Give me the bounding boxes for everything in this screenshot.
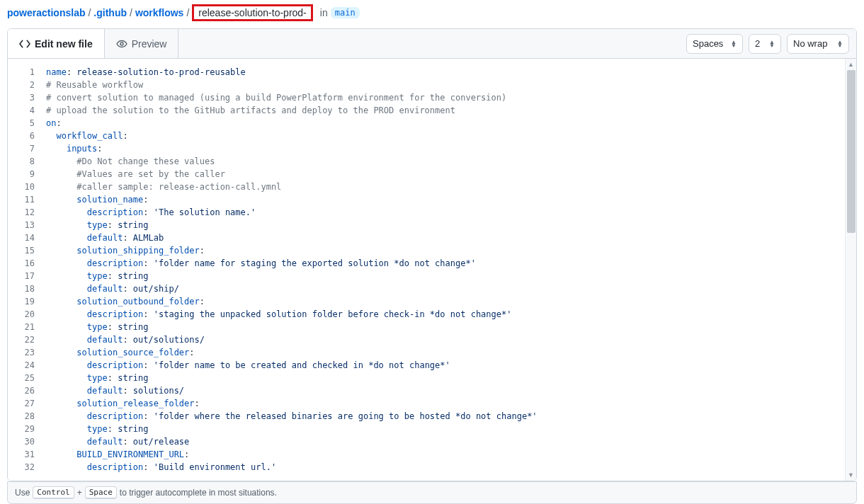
- line-number: 15: [8, 244, 35, 257]
- footer-use: Use: [15, 488, 30, 498]
- code-line[interactable]: solution_name:: [46, 193, 856, 206]
- eye-icon: [116, 38, 127, 50]
- editor-container: Edit new file Preview Spaces ▲▼ 2 ▲▼ No …: [7, 28, 857, 481]
- updown-icon: ▲▼: [837, 40, 843, 47]
- line-number: 17: [8, 270, 35, 282]
- tab-edit-label: Edit new file: [35, 38, 93, 50]
- updown-icon: ▲▼: [769, 40, 775, 47]
- code-line[interactable]: description: 'The solution name.': [46, 206, 856, 219]
- code-content[interactable]: name: release-solution-to-prod-reusable#…: [42, 59, 856, 481]
- line-number: 3: [8, 91, 35, 104]
- code-line[interactable]: default: out/release: [46, 435, 856, 448]
- line-number: 11: [8, 193, 35, 206]
- code-line[interactable]: default: solutions/: [46, 384, 856, 397]
- breadcrumb-sep: /: [130, 7, 132, 18]
- code-line[interactable]: #Do Not change these values: [46, 155, 856, 168]
- editor-tabbar: Edit new file Preview Spaces ▲▼ 2 ▲▼ No …: [8, 29, 856, 59]
- code-line[interactable]: description: 'Build environment url.': [46, 461, 856, 474]
- line-number: 24: [8, 359, 35, 372]
- footer-rest: to trigger autocomplete in most situatio…: [120, 488, 277, 498]
- scroll-thumb[interactable]: [847, 70, 856, 233]
- line-number: 32: [8, 461, 35, 474]
- code-line[interactable]: #Values are set by the caller: [46, 168, 856, 181]
- indent-size-select[interactable]: 2 ▲▼: [749, 34, 781, 54]
- vertical-scrollbar[interactable]: ▲ ▼: [845, 59, 856, 481]
- filename-input[interactable]: release-solution-to-prod-: [192, 4, 313, 21]
- code-line[interactable]: description: 'folder name for staging th…: [46, 257, 856, 270]
- line-number: 21: [8, 321, 35, 333]
- branch-badge[interactable]: main: [331, 7, 360, 18]
- line-number: 31: [8, 448, 35, 461]
- code-icon: [19, 38, 30, 50]
- scroll-up-icon[interactable]: ▲: [846, 59, 856, 70]
- breadcrumb-repo[interactable]: poweractionslab: [7, 7, 85, 18]
- code-line[interactable]: name: release-solution-to-prod-reusable: [46, 66, 856, 79]
- line-number: 6: [8, 130, 35, 142]
- code-line[interactable]: #caller sample: release-action-call.ymnl: [46, 181, 856, 193]
- code-line[interactable]: solution_release_folder:: [46, 397, 856, 410]
- kbd-space: Space: [85, 486, 117, 499]
- tab-preview-label: Preview: [132, 38, 167, 50]
- code-line[interactable]: type: string: [46, 219, 856, 231]
- line-number: 19: [8, 295, 35, 308]
- line-number: 2: [8, 79, 35, 91]
- line-number: 14: [8, 231, 35, 244]
- code-line[interactable]: default: out/solutions/: [46, 333, 856, 346]
- indent-size-value: 2: [755, 38, 760, 49]
- line-number: 22: [8, 333, 35, 346]
- line-number: 20: [8, 308, 35, 321]
- editor-settings: Spaces ▲▼ 2 ▲▼ No wrap ▲▼: [686, 29, 856, 58]
- line-number: 16: [8, 257, 35, 270]
- code-line[interactable]: solution_shipping_folder:: [46, 244, 856, 257]
- line-number: 1: [8, 66, 35, 79]
- line-number: 12: [8, 206, 35, 219]
- tab-edit[interactable]: Edit new file: [8, 29, 105, 58]
- code-line[interactable]: description: 'staging the unpacked solut…: [46, 308, 856, 321]
- line-number: 10: [8, 181, 35, 193]
- line-number: 8: [8, 155, 35, 168]
- code-editor[interactable]: 1234567891011121314151617181920212223242…: [8, 59, 856, 481]
- line-number: 18: [8, 282, 35, 295]
- code-line[interactable]: inputs:: [46, 142, 856, 155]
- code-line[interactable]: description: 'folder where the released …: [46, 410, 856, 423]
- code-line[interactable]: on:: [46, 117, 856, 130]
- indent-value: Spaces: [693, 38, 723, 49]
- code-line[interactable]: solution_source_folder:: [46, 346, 856, 359]
- breadcrumb-path-2[interactable]: workflows: [135, 7, 183, 18]
- line-number: 9: [8, 168, 35, 181]
- breadcrumb-sep: /: [88, 7, 91, 18]
- in-label: in: [320, 7, 328, 18]
- code-line[interactable]: BUILD_ENVIRONMENT_URL:: [46, 448, 856, 461]
- line-number: 26: [8, 384, 35, 397]
- breadcrumb-path-1[interactable]: .github: [93, 7, 127, 18]
- line-number-gutter: 1234567891011121314151617181920212223242…: [8, 59, 42, 481]
- code-line[interactable]: type: string: [46, 423, 856, 435]
- breadcrumb-sep: /: [186, 7, 189, 18]
- code-line[interactable]: workflow_call:: [46, 130, 856, 142]
- scroll-down-icon[interactable]: ▼: [846, 469, 856, 481]
- code-line[interactable]: solution_outbound_folder:: [46, 295, 856, 308]
- line-number: 27: [8, 397, 35, 410]
- code-line[interactable]: type: string: [46, 270, 856, 282]
- kbd-control: Control: [33, 486, 74, 499]
- code-line[interactable]: type: string: [46, 372, 856, 384]
- code-line[interactable]: # Reusable workflow: [46, 79, 856, 91]
- line-number: 29: [8, 423, 35, 435]
- updown-icon: ▲▼: [731, 40, 737, 47]
- line-number: 23: [8, 346, 35, 359]
- indent-select[interactable]: Spaces ▲▼: [686, 34, 743, 54]
- wrap-value: No wrap: [793, 38, 827, 49]
- code-line[interactable]: default: ALMLab: [46, 231, 856, 244]
- wrap-select[interactable]: No wrap ▲▼: [787, 34, 849, 54]
- line-number: 4: [8, 104, 35, 117]
- line-number: 7: [8, 142, 35, 155]
- code-line[interactable]: # convert solution to managed (using a b…: [46, 91, 856, 104]
- svg-point-0: [120, 42, 123, 45]
- line-number: 13: [8, 219, 35, 231]
- code-line[interactable]: default: out/ship/: [46, 282, 856, 295]
- code-line[interactable]: description: 'folder name to be created …: [46, 359, 856, 372]
- code-line[interactable]: # upload the solution to the GitHub arti…: [46, 104, 856, 117]
- code-line[interactable]: type: string: [46, 321, 856, 333]
- tab-preview[interactable]: Preview: [105, 29, 179, 58]
- line-number: 5: [8, 117, 35, 130]
